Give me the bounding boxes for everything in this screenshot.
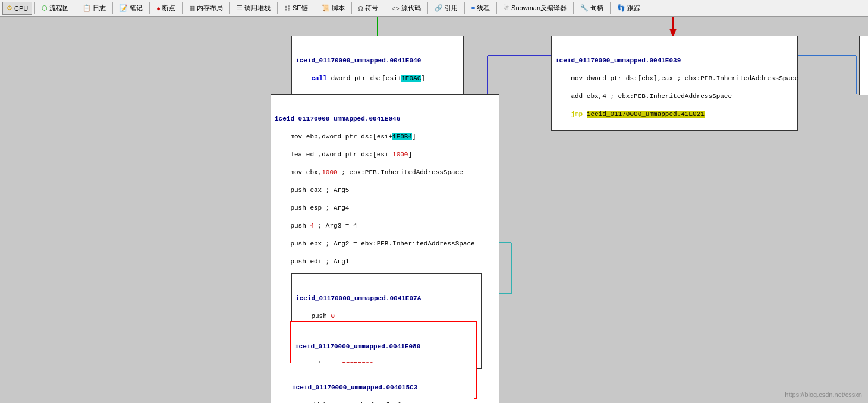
toolbar-script-btn[interactable]: 📜 脚本 [317,2,349,15]
node-1E039-line1: mov dword ptr ds:[ebx],eax ; ebx:PEB.Inh… [571,75,798,82]
sep2 [76,2,76,14]
node-1E046-l2: lea edi,dword ptr ds:[esi-1000] [290,151,412,158]
watermark: https://blog.csdn.net/cssxn [785,391,862,398]
toolbar-thread-btn[interactable]: ≡ 线程 [467,2,494,15]
node-1E039-line3: jmp iceid_01170000_ummapped.41E021 [571,111,704,118]
sep12 [464,2,465,14]
node-1E046-title: iceid_01170000_ummapped.0041E046 [275,115,495,124]
toolbar-flowgraph-btn[interactable]: ⬡ 流程图 [37,2,73,15]
note-icon: 📝 [119,4,128,12]
node-1E039[interactable]: iceid_01170000_ummapped.0041E039 mov dwo… [551,36,798,131]
node-1E039-line2: add ebx,4 ; ebx:PEB.InheritedAddressSpac… [571,93,732,100]
snowman-icon: ☃ [504,4,510,12]
toolbar-snowman-btn[interactable]: ☃ Snowman反编译器 [499,2,571,15]
node-1E046-l5: push esp ; Arg4 [290,204,349,212]
sep14 [573,2,574,14]
toolbar-source-label: 源代码 [401,4,421,12]
toolbar-callstack-btn[interactable]: ☰ 调用堆栈 [232,2,275,15]
toolbar-note-btn[interactable]: 📝 笔记 [115,2,147,15]
node-1E07A-title: iceid_01170000_ummapped.0041E07A [295,294,477,303]
flowgraph-icon: ⬡ [42,4,48,12]
toolbar-trace-btn[interactable]: 👣 跟踪 [613,2,644,15]
flow-graph-area[interactable]: iceid_01170000_ummapped.0041E040 call dw… [0,17,868,403]
toolbar-symbol-label: 符号 [365,4,378,12]
node-1E07A-l1: push 0 [311,313,335,320]
log-icon: 📋 [83,4,91,12]
toolbar-bp-label: 断点 [162,4,175,12]
script-icon: 📜 [322,4,330,12]
toolbar-se-btn[interactable]: ⛓ SE链 [280,2,312,15]
reference-icon: 🔗 [435,4,443,12]
toolbar-symbol-btn[interactable]: Ω 符号 [354,2,382,15]
toolbar-script-label: 脚本 [332,4,345,12]
trace-icon: 👣 [617,4,625,12]
sep15 [610,2,611,14]
sep1 [34,2,35,14]
handle-icon: 🔧 [580,4,589,12]
toolbar-mem-btn[interactable]: ▦ 内存布局 [185,2,227,15]
memlayout-icon: ▦ [189,4,195,12]
toolbar-se-label: SE链 [293,4,308,12]
node-1E046-l4: push eax ; Arg5 [290,187,349,194]
node-4015C3[interactable]: iceid_01170000_ummapped.004015C3 add byt… [288,363,474,403]
sep5 [182,2,183,14]
toolbar-callstack-label: 调用堆栈 [244,4,271,12]
toolbar-handle-btn[interactable]: 🔧 句柄 [576,2,608,15]
node-1E039-title: iceid_01170000_ummapped.0041E039 [555,56,794,65]
toolbar-snowman-label: Snowman反编译器 [511,4,567,12]
breakpoint-icon: ● [156,5,161,12]
toolbar-cpu-btn[interactable]: ⚙ CPU [2,2,32,15]
node-1E046-l6: push 4 ; Arg3 = 4 [290,222,357,229]
toolbar-thread-label: 线程 [477,4,490,12]
sep13 [496,2,497,14]
node-1E040[interactable]: iceid_01170000_ummapped.0041E040 call dw… [291,36,464,95]
toolbar-trace-label: 跟踪 [627,4,640,12]
node-1E046-l1: mov ebp,dword ptr ds:[esi+1E0B4] [290,133,416,140]
cpu-icon: ⚙ [7,4,12,12]
toolbar-mem-label: 内存布局 [197,4,223,12]
toolbar-cpu-label: CPU [14,5,28,12]
sep8 [315,2,315,14]
toolbar-log-btn[interactable]: 📋 日志 [78,2,110,15]
sep3 [112,2,113,14]
node-1E046-l8: push edi ; Arg1 [290,258,349,265]
symbol-icon: Ω [358,5,363,12]
toolbar-handle-label: 句柄 [590,4,603,12]
sep9 [351,2,352,14]
sep10 [385,2,385,14]
toolbar-note-label: 笔记 [130,4,143,12]
sep6 [229,2,230,14]
toolbar-log-label: 日志 [93,4,106,12]
sep11 [427,2,428,14]
se-icon: ⛓ [284,5,291,12]
node-4015C3-title: iceid_01170000_ummapped.004015C3 [292,383,470,392]
node-1E046-l7: push ebx ; Arg2 = ebx:PEB.InheritedAddre… [290,240,474,247]
sep7 [277,2,278,14]
sep4 [149,2,150,14]
source-icon: <> [392,5,400,12]
toolbar-flowgraph-label: 流程图 [49,4,69,12]
thread-icon: ≡ [471,5,475,12]
toolbar-ref-label: 引用 [445,4,458,12]
callstack-icon: ☰ [237,4,243,12]
toolbar-ref-btn[interactable]: 🔗 引用 [430,2,462,15]
node-1E046-l3: mov ebx,1000 ; ebx:PEB.InheritedAddressS… [290,169,463,176]
toolbar-bp-btn[interactable]: ● 断点 [152,2,180,15]
node-1E080-title: iceid_01170000_ummapped.0041E080 [295,342,472,351]
node-1E040-line1: call dword ptr ds:[esi+1E0AC] [311,75,424,82]
node-1E040-title: iceid_01170000_ummapped.0041E040 [295,56,460,65]
toolbar: ⚙ CPU ⬡ 流程图 📋 日志 📝 笔记 ● 断点 ▦ 内存布局 ☰ 调用堆栈… [0,0,868,17]
node-right-stub: ic m a j [859,36,868,95]
toolbar-source-btn[interactable]: <> 源代码 [388,2,425,15]
